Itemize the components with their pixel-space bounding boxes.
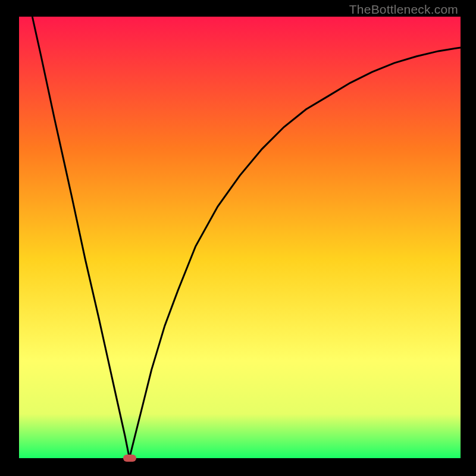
bottleneck-curve	[32, 17, 461, 458]
watermark-text: TheBottleneck.com	[349, 2, 458, 17]
optimum-marker	[123, 455, 136, 462]
chart-frame: TheBottleneck.com	[0, 0, 476, 476]
curve-svg	[19, 17, 461, 458]
plot-area	[19, 17, 461, 458]
